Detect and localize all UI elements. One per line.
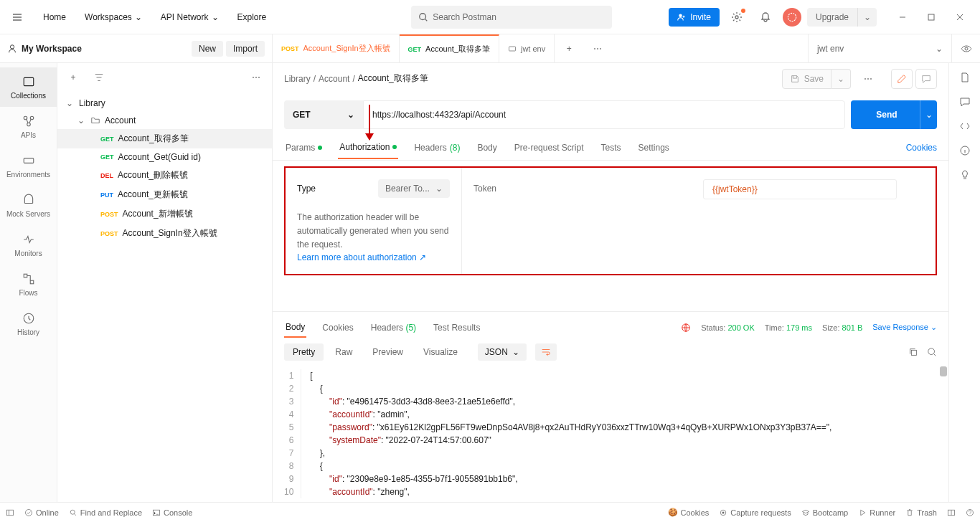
edit-button[interactable] (891, 69, 913, 89)
sb-online[interactable]: Online (24, 508, 59, 517)
create-button[interactable]: + (63, 67, 83, 87)
send-dropdown[interactable]: ⌄ (920, 100, 937, 129)
tree-item-signin[interactable]: POST Account_SignIn登入帳號 (57, 224, 272, 243)
rail-flows[interactable]: Flows (0, 265, 57, 304)
comment-button[interactable] (915, 69, 937, 89)
nav-workspaces[interactable]: Workspaces⌄ (76, 8, 151, 27)
tree-item-put[interactable]: PUT Account_更新帳號 (57, 185, 272, 204)
search-response-button[interactable] (927, 347, 937, 357)
send-button[interactable]: Send (851, 100, 923, 129)
view-visualize[interactable]: Visualize (415, 343, 466, 361)
sb-trash[interactable]: Trash (905, 508, 937, 517)
view-pretty[interactable]: Pretty (284, 343, 324, 361)
scrollbar[interactable] (940, 366, 947, 376)
rr-docs[interactable] (959, 72, 971, 83)
upgrade-dropdown[interactable]: ⌄ (858, 8, 877, 27)
tree-item-post-new[interactable]: POST Account_新增帳號 (57, 204, 272, 224)
view-raw[interactable]: Raw (326, 343, 361, 361)
format-select[interactable]: JSON ⌄ (478, 343, 527, 361)
sb-runner[interactable]: Runner (858, 508, 895, 517)
environment-selector[interactable]: jwt env ⌄ (808, 34, 951, 62)
auth-learn-more[interactable]: Learn more about authorization ↗ (297, 252, 450, 262)
tab-tests[interactable]: Tests (599, 137, 622, 158)
notifications-button[interactable] (754, 6, 777, 29)
new-tab-button[interactable]: + (555, 34, 583, 62)
rail-collections[interactable]: Collections (0, 67, 57, 107)
response-body[interactable]: 12345678910 [ { "id": "e4961475-3dd3-43d… (273, 366, 948, 501)
tree-item-delete[interactable]: DEL Account_刪除帳號 (57, 166, 272, 185)
tab-prereq[interactable]: Pre-request Script (513, 137, 585, 158)
sb-sidebar-toggle[interactable] (6, 508, 14, 517)
sb-find[interactable]: Find and Replace (69, 508, 142, 517)
resp-tab-body[interactable]: Body (284, 318, 306, 338)
tree-item-get-multi[interactable]: GET Account_取得多筆 (57, 129, 272, 148)
workspace-name[interactable]: My Workspace (7, 44, 82, 54)
cookies-link[interactable]: Cookies (906, 143, 937, 153)
more-actions[interactable]: ⋯ (857, 67, 880, 90)
rr-comments[interactable] (959, 96, 971, 108)
view-preview[interactable]: Preview (364, 343, 412, 361)
avatar[interactable] (783, 8, 801, 27)
tab-settings[interactable]: Settings (637, 137, 671, 158)
tab-jwt-env[interactable]: jwt env (499, 34, 555, 62)
rail-monitors[interactable]: Monitors (0, 225, 57, 265)
save-dropdown[interactable]: ⌄ (831, 69, 851, 89)
tab-get-multi[interactable]: GET Account_取得多筆 (400, 34, 499, 62)
nav-explore[interactable]: Explore (229, 8, 275, 27)
environment-quicklook[interactable] (951, 34, 980, 62)
maximize-button[interactable] (917, 6, 946, 29)
tree-library[interactable]: ⌄ Library (57, 95, 272, 112)
resp-tab-tests[interactable]: Test Results (432, 318, 481, 337)
globe-icon[interactable] (681, 323, 691, 333)
hamburger-menu[interactable] (6, 6, 29, 29)
search-input[interactable]: Search Postman (411, 6, 612, 29)
tree-account-folder[interactable]: ⌄ Account (57, 112, 272, 129)
sb-capture[interactable]: Capture requests (719, 508, 791, 517)
rail-environments[interactable]: Environments (0, 146, 57, 186)
minimize-button[interactable] (888, 6, 917, 29)
rail-apis[interactable]: APIs (0, 107, 57, 146)
rail-history[interactable]: History (0, 304, 57, 343)
import-button[interactable]: Import (226, 41, 265, 57)
upgrade-button[interactable]: Upgrade (807, 8, 858, 27)
svg-point-22 (26, 509, 32, 516)
tab-headers[interactable]: Headers (8) (413, 137, 461, 158)
sb-help[interactable] (966, 508, 974, 517)
tab-signin[interactable]: POST Account_SignIn登入帳號 (273, 34, 400, 62)
save-button[interactable]: Save (782, 69, 831, 89)
auth-type-select[interactable]: Bearer To... ⌄ (378, 179, 450, 198)
svg-point-26 (722, 511, 725, 513)
crumb-account[interactable]: Account (319, 74, 349, 84)
wrap-button[interactable] (535, 343, 557, 361)
token-input[interactable]: {{jwtToken}} (703, 179, 897, 199)
save-response-button[interactable]: Save Response ⌄ (872, 323, 937, 332)
sb-panes[interactable] (947, 508, 956, 517)
filter-button[interactable] (89, 67, 109, 87)
search-icon (927, 347, 937, 357)
resp-tab-headers[interactable]: Headers (5) (369, 318, 418, 337)
rail-mock[interactable]: Mock Servers (0, 186, 57, 225)
tree-item-get-guid[interactable]: GET Account_Get(Guid id) (57, 148, 272, 166)
settings-button[interactable] (725, 6, 748, 29)
sidebar-more[interactable]: ⋯ (246, 67, 266, 87)
tab-body[interactable]: Body (476, 137, 498, 158)
copy-button[interactable] (908, 347, 918, 357)
tab-more-button[interactable]: ⋯ (583, 34, 612, 62)
nav-api-network[interactable]: API Network⌄ (152, 8, 227, 27)
rr-bulb[interactable] (959, 169, 971, 181)
invite-button[interactable]: Invite (669, 8, 720, 27)
nav-home[interactable]: Home (34, 8, 75, 27)
close-button[interactable] (946, 6, 974, 29)
method-select[interactable]: GET ⌄ (284, 100, 363, 129)
resp-tab-cookies[interactable]: Cookies (321, 318, 354, 337)
rr-info[interactable] (959, 145, 971, 156)
tab-params[interactable]: Params (284, 137, 324, 158)
sb-cookies[interactable]: 🍪 Cookies (668, 508, 710, 517)
rr-code[interactable] (959, 120, 971, 132)
crumb-library[interactable]: Library (284, 74, 311, 84)
sb-bootcamp[interactable]: Bootcamp (801, 508, 849, 517)
sb-console[interactable]: Console (152, 508, 192, 517)
tab-authorization[interactable]: Authorization (338, 136, 398, 159)
new-button[interactable]: New (192, 41, 223, 57)
url-input[interactable]: https://localhost:44323/api/Account (363, 100, 845, 129)
